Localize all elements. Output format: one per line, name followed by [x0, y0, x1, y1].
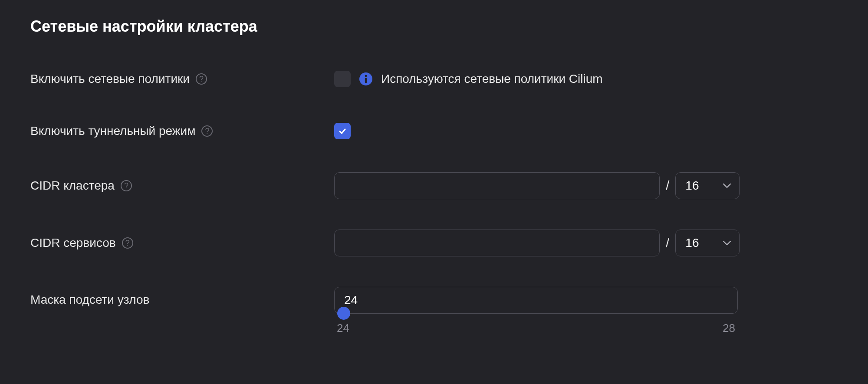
slider-min-label: 24 [337, 322, 349, 335]
cluster-cidr-mask-select[interactable]: 16 [675, 172, 740, 199]
tunnel-mode-checkbox[interactable] [334, 123, 351, 139]
services-cidr-input[interactable] [334, 230, 660, 256]
row-node-subnet-mask: Маска подсети узлов 24 24 28 [30, 287, 838, 335]
network-policies-info-text: Используются сетевые политики Cilium [381, 72, 603, 86]
cluster-cidr-label: CIDR кластера [30, 179, 115, 193]
slash-separator: / [666, 178, 669, 193]
services-cidr-mask-value: 16 [685, 236, 699, 250]
svg-point-0 [365, 75, 367, 77]
label-group: CIDR сервисов ? [30, 236, 334, 250]
control-group: / 16 [334, 230, 838, 256]
network-policies-label: Включить сетевые политики [30, 72, 190, 86]
slider-thumb[interactable] [337, 307, 350, 320]
help-icon[interactable]: ? [121, 180, 132, 191]
slider-track[interactable]: 24 [334, 287, 738, 314]
info-icon [359, 72, 372, 85]
network-policies-checkbox[interactable] [334, 71, 351, 87]
label-group: Маска подсети узлов [30, 287, 334, 307]
services-cidr-group: / 16 [334, 230, 838, 256]
slash-separator: / [666, 236, 669, 250]
slider-max-label: 28 [723, 322, 735, 335]
chevron-down-icon [723, 240, 731, 246]
services-cidr-label: CIDR сервисов [30, 236, 116, 250]
control-group: Используются сетевые политики Cilium [334, 71, 838, 87]
row-tunnel-mode: Включить туннельный режим ? [30, 120, 838, 142]
control-group: 24 24 28 [334, 287, 838, 335]
node-subnet-mask-label: Маска подсети узлов [30, 293, 149, 307]
slider-current-value: 24 [344, 293, 358, 307]
control-group [334, 123, 838, 139]
help-icon[interactable]: ? [201, 125, 213, 137]
cluster-cidr-group: / 16 [334, 172, 838, 199]
row-services-cidr: CIDR сервисов ? / 16 [30, 230, 838, 256]
section-title: Сетевые настройки кластера [30, 17, 838, 36]
label-group: Включить сетевые политики ? [30, 72, 334, 86]
network-settings-section: Сетевые настройки кластера Включить сете… [0, 0, 868, 361]
svg-rect-1 [365, 78, 367, 83]
help-icon[interactable]: ? [196, 73, 207, 85]
control-group: / 16 [334, 172, 838, 199]
node-subnet-mask-slider[interactable]: 24 24 28 [334, 287, 738, 335]
cluster-cidr-input[interactable] [334, 172, 660, 199]
label-group: CIDR кластера ? [30, 179, 334, 193]
cluster-cidr-mask-value: 16 [685, 179, 699, 193]
services-cidr-mask-select[interactable]: 16 [675, 230, 740, 256]
help-icon[interactable]: ? [122, 237, 133, 249]
chevron-down-icon [723, 183, 731, 188]
label-group: Включить туннельный режим ? [30, 124, 334, 138]
row-cluster-cidr: CIDR кластера ? / 16 [30, 172, 838, 199]
row-network-policies: Включить сетевые политики ? Используются… [30, 68, 838, 90]
slider-scale: 24 28 [334, 322, 738, 335]
tunnel-mode-label: Включить туннельный режим [30, 124, 195, 138]
